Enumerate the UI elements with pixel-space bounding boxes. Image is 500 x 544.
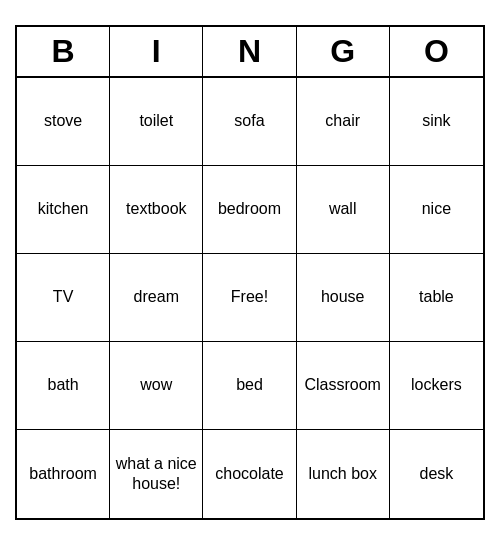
cell-text: kitchen (38, 199, 89, 218)
cell-text: bathroom (29, 464, 97, 483)
bingo-header: BINGO (17, 27, 483, 78)
bingo-cell[interactable]: wow (110, 342, 203, 430)
cell-text: toilet (139, 111, 173, 130)
cell-text: bath (48, 375, 79, 394)
bingo-cell[interactable]: bed (203, 342, 296, 430)
cell-text: Classroom (304, 375, 380, 394)
header-letter: N (203, 27, 296, 76)
cell-text: sofa (234, 111, 264, 130)
cell-text: TV (53, 287, 73, 306)
bingo-cell[interactable]: dream (110, 254, 203, 342)
cell-text: chair (325, 111, 360, 130)
bingo-card: BINGO stovetoiletsofachairsinkkitchentex… (15, 25, 485, 520)
cell-text: sink (422, 111, 450, 130)
bingo-cell[interactable]: lockers (390, 342, 483, 430)
bingo-cell[interactable]: Classroom (297, 342, 390, 430)
cell-text: dream (134, 287, 179, 306)
cell-text: lunch box (308, 464, 377, 483)
bingo-cell[interactable]: table (390, 254, 483, 342)
bingo-cell[interactable]: house (297, 254, 390, 342)
bingo-cell[interactable]: TV (17, 254, 110, 342)
cell-text: textbook (126, 199, 186, 218)
bingo-grid: stovetoiletsofachairsinkkitchentextbookb… (17, 78, 483, 518)
cell-text: house (321, 287, 365, 306)
header-letter: I (110, 27, 203, 76)
cell-text: desk (419, 464, 453, 483)
bingo-cell[interactable]: bath (17, 342, 110, 430)
cell-text: bedroom (218, 199, 281, 218)
bingo-cell[interactable]: textbook (110, 166, 203, 254)
bingo-cell[interactable]: chocolate (203, 430, 296, 518)
bingo-cell[interactable]: sofa (203, 78, 296, 166)
bingo-cell[interactable]: kitchen (17, 166, 110, 254)
bingo-cell[interactable]: toilet (110, 78, 203, 166)
bingo-cell[interactable]: bathroom (17, 430, 110, 518)
bingo-cell[interactable]: bedroom (203, 166, 296, 254)
bingo-cell[interactable]: lunch box (297, 430, 390, 518)
bingo-cell[interactable]: desk (390, 430, 483, 518)
header-letter: B (17, 27, 110, 76)
bingo-cell[interactable]: what a nice house! (110, 430, 203, 518)
cell-text: wow (140, 375, 172, 394)
bingo-cell[interactable]: Free! (203, 254, 296, 342)
cell-text: what a nice house! (114, 454, 198, 492)
cell-text: nice (422, 199, 451, 218)
cell-text: chocolate (215, 464, 284, 483)
bingo-cell[interactable]: chair (297, 78, 390, 166)
cell-text: stove (44, 111, 82, 130)
cell-text: lockers (411, 375, 462, 394)
bingo-cell[interactable]: stove (17, 78, 110, 166)
cell-text: table (419, 287, 454, 306)
cell-text: bed (236, 375, 263, 394)
bingo-cell[interactable]: wall (297, 166, 390, 254)
header-letter: G (297, 27, 390, 76)
bingo-cell[interactable]: sink (390, 78, 483, 166)
cell-text: Free! (231, 287, 268, 306)
cell-text: wall (329, 199, 357, 218)
bingo-cell[interactable]: nice (390, 166, 483, 254)
header-letter: O (390, 27, 483, 76)
